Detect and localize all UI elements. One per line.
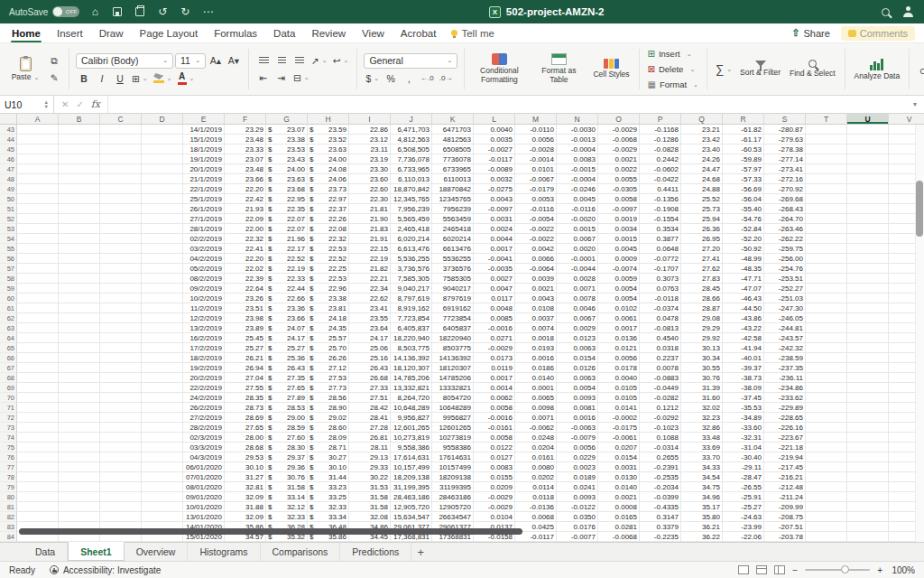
grid-cell-T76[interactable] <box>806 452 847 462</box>
grid-cell-R66[interactable]: -40.01 <box>723 353 764 363</box>
grid-cell-N72[interactable]: 0.0016 <box>557 413 598 423</box>
grid-cell-T59[interactable] <box>806 284 847 294</box>
grid-cell-P61[interactable]: -0.0374 <box>640 303 681 313</box>
grid-cell-D54[interactable] <box>142 234 183 244</box>
grid-cell-R62[interactable]: -43.86 <box>723 313 764 323</box>
grid-cell-R53[interactable]: -52.84 <box>723 224 764 234</box>
grid-cell-D53[interactable] <box>142 224 183 234</box>
grid-cell-K67[interactable]: 18120307 <box>432 363 474 373</box>
grid-cell-S56[interactable]: -256.00 <box>764 254 806 264</box>
grid-cell-T70[interactable] <box>806 393 847 403</box>
grid-cell-S47[interactable]: -273.41 <box>764 164 806 174</box>
grid-cell-P56[interactable]: -0.0772 <box>640 254 681 264</box>
grid-cell-C82[interactable] <box>100 512 142 522</box>
grid-cell-A52[interactable] <box>17 214 59 224</box>
grid-cell-T46[interactable] <box>806 154 847 164</box>
grid-cell-L53[interactable]: 0.0024 <box>474 224 515 234</box>
grid-cell-S82[interactable]: -208.75 <box>764 512 806 522</box>
grid-cell-Q77[interactable]: 34.33 <box>681 462 723 472</box>
grid-cell-O57[interactable]: -0.0074 <box>598 264 640 274</box>
comments-button[interactable]: Comments <box>841 26 915 41</box>
grid-cell-J57[interactable]: 3,736,576 <box>391 264 432 274</box>
increase-indent-icon[interactable]: ⇥ <box>273 70 290 85</box>
grid-cell-O79[interactable]: 0.0140 <box>598 482 640 492</box>
grid-cell-U46[interactable] <box>847 154 889 164</box>
grid-cell-D79[interactable] <box>142 482 183 492</box>
grid-cell-T71[interactable] <box>806 403 847 413</box>
grid-cell-D57[interactable] <box>142 264 183 274</box>
grid-cell-E59[interactable]: 09/2/2019 <box>183 284 225 294</box>
grid-cell-F50[interactable]: 22.42 <box>225 194 266 204</box>
grid-cell-O70[interactable]: 0.0105 <box>598 393 640 403</box>
grid-cell-J43[interactable]: 6,471,703 <box>391 125 432 135</box>
grid-cell-C48[interactable] <box>100 174 142 184</box>
grid-cell-K51[interactable]: 7956239 <box>432 204 474 214</box>
grid-cell-C54[interactable] <box>100 234 142 244</box>
grid-cell-A77[interactable] <box>17 462 59 472</box>
grid-cell-E69[interactable]: 22/2/2019 <box>183 383 225 393</box>
grid-cell-E75[interactable]: 03/3/2019 <box>183 443 225 452</box>
grid-cell-C60[interactable] <box>100 294 142 303</box>
grid-cell-R57[interactable]: -48.35 <box>723 264 764 274</box>
grid-cell-Q62[interactable]: 29.08 <box>681 313 723 323</box>
grid-cell-B69[interactable] <box>59 383 100 393</box>
grid-cell-G76[interactable]: $29.37 <box>266 452 308 462</box>
grid-cell-N47[interactable]: -0.0015 <box>557 164 598 174</box>
grid-cell-A58[interactable] <box>17 274 59 284</box>
grid-cell-S50[interactable]: -269.68 <box>764 194 806 204</box>
grid-cell-T58[interactable] <box>806 274 847 284</box>
grid-cell-E80[interactable]: 09/01/2020 <box>183 492 225 502</box>
grid-cell-H51[interactable]: $22.37 <box>308 204 349 214</box>
grid-cell-F77[interactable]: 30.10 <box>225 462 266 472</box>
grid-cell-L49[interactable]: -0.0275 <box>474 184 515 194</box>
grid-cell-H80[interactable]: $33.25 <box>308 492 349 502</box>
sheet-tab-overview[interactable]: Overview <box>125 543 189 561</box>
autosave-switch[interactable]: OFF <box>52 6 79 17</box>
sheet-tab-comparisons[interactable]: Comparisons <box>261 543 341 561</box>
grid-cell-N81[interactable]: -0.0122 <box>557 502 598 512</box>
grid-cell-G65[interactable]: $25.27 <box>266 343 308 353</box>
grid-cell-U57[interactable] <box>847 264 889 274</box>
grid-cell-O64[interactable]: 0.0136 <box>598 333 640 343</box>
grid-cell-J46[interactable]: 7,736,078 <box>391 154 432 164</box>
grid-cell-S78[interactable]: -216.21 <box>764 472 806 482</box>
grid-cell-T64[interactable] <box>806 333 847 343</box>
grid-cell-P52[interactable]: -0.1554 <box>640 214 681 224</box>
grid-cell-I48[interactable]: 23.60 <box>349 174 391 184</box>
grid-cell-M63[interactable]: 0.0074 <box>515 323 557 333</box>
grid-cell-N44[interactable]: -0.0013 <box>557 135 598 144</box>
grid-cell-H78[interactable]: $31.44 <box>308 472 349 482</box>
grid-cell-I80[interactable]: 31.58 <box>349 492 391 502</box>
grid-cell-J72[interactable]: 9,956,827 <box>391 413 432 423</box>
grid-cell-D50[interactable] <box>142 194 183 204</box>
grid-cell-J45[interactable]: 6,508,505 <box>391 144 432 154</box>
grid-cell-L67[interactable]: 0.0119 <box>474 363 515 373</box>
tab-formulas[interactable]: Formulas <box>206 23 265 42</box>
grid-cell-G57[interactable]: $22.19 <box>266 264 308 274</box>
grid-cell-B77[interactable] <box>59 462 100 472</box>
grid-cell-M79[interactable]: 0.0114 <box>515 482 557 492</box>
grid-cell-T62[interactable] <box>806 313 847 323</box>
grid-cell-M75[interactable]: 0.0204 <box>515 443 557 452</box>
grid-cell-Q44[interactable]: 23.42 <box>681 135 723 144</box>
grid-cell-P55[interactable]: 0.0648 <box>640 244 681 254</box>
grid-cell-K74[interactable]: 10273819 <box>432 433 474 443</box>
grid-cell-A70[interactable] <box>17 393 59 403</box>
grid-cell-K55[interactable]: 6613476 <box>432 244 474 254</box>
grid-cell-N50[interactable]: 0.0045 <box>557 194 598 204</box>
grid-cell-S80[interactable]: -211.24 <box>764 492 806 502</box>
wrap-text-icon[interactable]: ↩⌄ <box>331 53 351 68</box>
grid-cell-J47[interactable]: 6,733,965 <box>391 164 432 174</box>
grid-cell-S81[interactable]: -209.99 <box>764 502 806 512</box>
grid-cell-Q64[interactable]: 29.92 <box>681 333 723 343</box>
grid-cell-I71[interactable]: 28.42 <box>349 403 391 413</box>
grid-cell-E81[interactable]: 10/01/2020 <box>183 502 225 512</box>
grid-cell-U49[interactable] <box>847 184 889 194</box>
column-header-C[interactable]: C <box>100 114 142 124</box>
grid-cell-M65[interactable]: 0.0193 <box>515 343 557 353</box>
grid-cell-L62[interactable]: 0.0085 <box>474 313 515 323</box>
find-select-button[interactable]: Find & Select <box>787 59 838 79</box>
grid-cell-P43[interactable]: -0.1168 <box>640 125 681 135</box>
grid-cell-B73[interactable] <box>59 423 100 433</box>
row-header-56[interactable]: 56 <box>0 254 17 264</box>
